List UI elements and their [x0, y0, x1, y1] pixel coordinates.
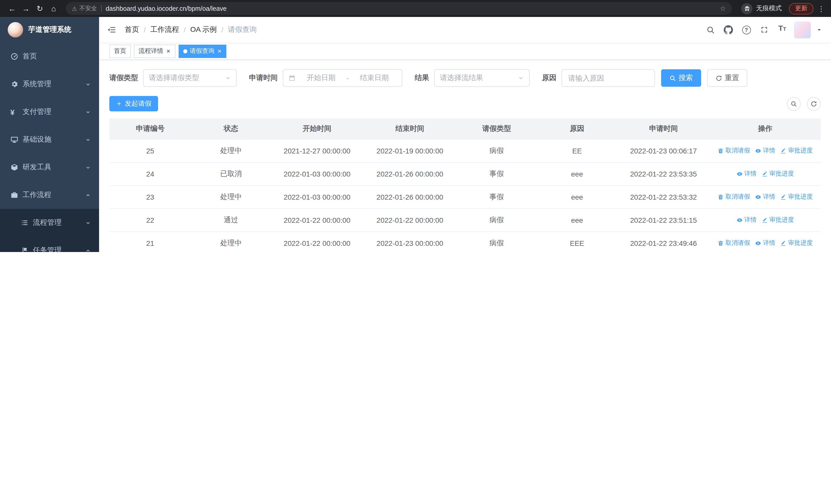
detail-link[interactable]: 详情: [737, 170, 756, 178]
cell-operations: 取消请假详情审批进度: [710, 232, 821, 252]
sidebar-toggle-icon[interactable]: [99, 25, 125, 34]
sidebar-item-home[interactable]: 首页: [0, 42, 99, 70]
font-size-icon[interactable]: TT: [776, 24, 789, 36]
toggle-search-button[interactable]: [787, 97, 801, 111]
cell-apply-id: 25: [109, 139, 191, 162]
logo-image: [8, 22, 23, 37]
tab-label: 请假查询: [190, 47, 214, 55]
cell-reason: eee: [537, 185, 617, 209]
result-select[interactable]: 请选择流结果: [434, 69, 530, 87]
reason-label: 原因: [542, 73, 556, 83]
breadcrumb-item[interactable]: OA 示例: [191, 25, 217, 34]
detail-link[interactable]: 详情: [755, 239, 775, 248]
sidebar-item-workflow[interactable]: 工作流程: [0, 181, 99, 209]
browser-chrome: ← → ↻ ⌂ ⚠ 不安全 dashboard.yudao.iocoder.cn…: [0, 0, 831, 17]
chevron-down-icon: [85, 137, 91, 142]
approval-progress-link[interactable]: 审批进度: [780, 239, 813, 248]
cancel-leave-link-icon: [718, 148, 724, 154]
reset-button[interactable]: 重置: [707, 69, 747, 87]
tags-view: 首页流程详情×请假查询×: [99, 42, 831, 60]
cancel-leave-link-label: 取消请假: [725, 193, 750, 202]
security-warning[interactable]: ⚠ 不安全: [72, 5, 97, 12]
breadcrumb: 首页/工作流程/OA 示例/请假查询: [125, 25, 257, 34]
incognito-label: 无痕模式: [756, 4, 782, 13]
breadcrumb-item[interactable]: 首页: [125, 25, 139, 34]
approval-progress-link[interactable]: 审批进度: [780, 147, 813, 155]
sidebar-item-system[interactable]: 系统管理: [0, 70, 99, 98]
column-header: 结束时间: [364, 119, 457, 139]
filter-form: 请假类型 请选择请假类型 申请时间 开始日期 - 结束日期: [109, 69, 821, 87]
browser-reload-button[interactable]: ↻: [33, 2, 47, 16]
approval-progress-link[interactable]: 审批进度: [762, 170, 794, 178]
sidebar-item-process-management[interactable]: 流程管理: [0, 209, 99, 237]
sidebar-item-dev-tools[interactable]: 研发工具: [0, 153, 99, 181]
active-tab-dot: [183, 49, 187, 53]
address-bar[interactable]: ⚠ 不安全 dashboard.yudao.iocoder.cn/bpm/oa/…: [66, 2, 732, 15]
fullscreen-icon[interactable]: [758, 24, 770, 36]
font-size-large-glyph: T: [778, 24, 783, 32]
apply-time-range-picker[interactable]: 开始日期 - 结束日期: [283, 69, 402, 87]
cell-apply-time: 2022-01-22 23:53:32: [617, 185, 710, 209]
browser-update-button[interactable]: 更新: [789, 3, 813, 14]
monitor-icon: [10, 136, 23, 144]
chevron-down-icon: [225, 75, 231, 81]
cell-start-time: 2022-01-03 00:00:00: [271, 185, 363, 209]
search-icon[interactable]: [704, 24, 717, 36]
refresh-table-button[interactable]: [807, 97, 821, 111]
caret-down-icon[interactable]: [816, 27, 822, 32]
detail-link[interactable]: 详情: [755, 193, 775, 202]
reason-input[interactable]: [562, 69, 655, 87]
calendar-icon: [288, 75, 296, 82]
app-logo[interactable]: 芋道管理系统: [0, 17, 99, 42]
cell-apply-time: 2022-01-22 23:49:46: [617, 232, 710, 252]
browser-forward-button[interactable]: →: [19, 2, 33, 16]
create-leave-button[interactable]: 发起请假: [109, 96, 158, 111]
cell-apply-id: 21: [109, 232, 191, 252]
cell-operations: 取消请假详情审批进度: [710, 139, 821, 162]
browser-back-button[interactable]: ←: [5, 2, 19, 16]
search-button-label: 搜索: [679, 73, 693, 83]
flag-icon: [21, 246, 33, 252]
incognito-icon: [741, 3, 752, 14]
sidebar-item-infrastructure[interactable]: 基础设施: [0, 126, 99, 153]
detail-link-icon: [755, 194, 762, 200]
breadcrumb-item[interactable]: 工作流程: [150, 25, 179, 34]
tab-label: 流程详情: [139, 47, 163, 55]
approval-progress-link-label: 审批进度: [788, 147, 813, 155]
cell-apply-time: 2022-01-22 23:53:35: [617, 162, 710, 185]
tab-active[interactable]: 请假查询×: [178, 45, 226, 58]
breadcrumb-separator: /: [144, 26, 146, 34]
table-toolbar-right: [781, 97, 821, 111]
sidebar-item-task-management[interactable]: 任务管理: [0, 237, 99, 252]
bookmark-star-icon[interactable]: ☆: [720, 5, 726, 12]
approval-progress-link[interactable]: 审批进度: [780, 193, 813, 202]
chevron-up-icon: [85, 248, 91, 252]
browser-menu-icon[interactable]: ⋮: [816, 4, 826, 12]
github-icon[interactable]: [722, 24, 735, 36]
browser-home-button[interactable]: ⌂: [47, 2, 61, 16]
approval-progress-link[interactable]: 审批进度: [762, 216, 794, 225]
leave-type-select[interactable]: 请选择请假类型: [143, 69, 237, 87]
table-row: 22通过2022-01-22 00:00:002022-01-22 00:00:…: [109, 209, 821, 232]
tab-item[interactable]: 流程详情×: [134, 45, 175, 58]
cancel-leave-link[interactable]: 取消请假: [718, 147, 750, 155]
reset-button-label: 重置: [725, 73, 739, 83]
column-header: 开始时间: [271, 119, 363, 139]
tab-item[interactable]: 首页: [109, 45, 131, 58]
cancel-leave-link[interactable]: 取消请假: [718, 239, 750, 248]
search-button[interactable]: 搜索: [661, 69, 701, 87]
sidebar-item-payment[interactable]: ¥ 支付管理: [0, 98, 99, 126]
cell-leave-type: 事假: [457, 162, 537, 185]
leave-table: 申请编号状态开始时间结束时间请假类型原因申请时间操作 25处理中2021-12-…: [109, 119, 821, 252]
user-avatar[interactable]: [794, 21, 811, 38]
help-icon[interactable]: ?: [740, 24, 752, 36]
tab-close-icon[interactable]: ×: [166, 48, 171, 54]
cancel-leave-link[interactable]: 取消请假: [718, 193, 750, 202]
leave-type-filter: 请假类型 请选择请假类型: [109, 69, 237, 87]
chevron-down-icon: [85, 109, 91, 115]
detail-link[interactable]: 详情: [755, 147, 775, 155]
detail-link[interactable]: 详情: [737, 216, 756, 225]
tab-close-icon[interactable]: ×: [217, 48, 222, 54]
app-title: 芋道管理系统: [28, 25, 71, 34]
cell-reason: EEE: [537, 232, 617, 252]
